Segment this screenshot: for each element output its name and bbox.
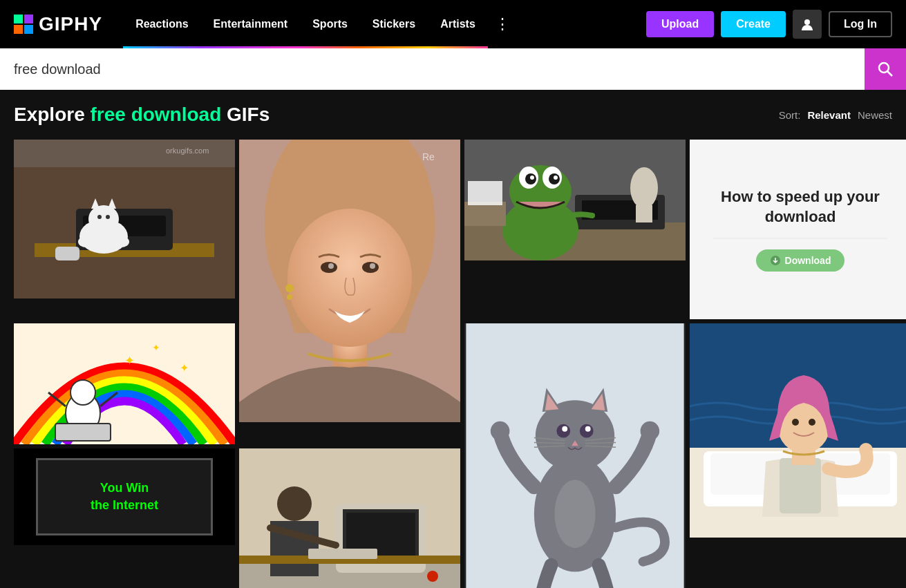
svg-rect-17 bbox=[55, 247, 79, 260]
sort-newest[interactable]: Newest bbox=[858, 109, 892, 121]
svg-point-88 bbox=[641, 421, 660, 441]
svg-point-0 bbox=[804, 19, 810, 25]
sort-relevant[interactable]: Relevant bbox=[807, 109, 851, 121]
svg-point-15 bbox=[113, 236, 129, 247]
nav-item-reactions[interactable]: Reactions bbox=[123, 0, 200, 48]
svg-text:Re: Re bbox=[422, 151, 435, 162]
svg-point-78 bbox=[562, 426, 567, 432]
gif-cell-rainbow[interactable]: ✦ ✦ ✦ bbox=[14, 323, 235, 444]
svg-text:orkugifs.com: orkugifs.com bbox=[166, 146, 209, 155]
nav-item-stickers[interactable]: Stickers bbox=[360, 0, 428, 48]
upload-button[interactable]: Upload bbox=[646, 11, 714, 37]
logo[interactable]: GIPHY bbox=[14, 13, 102, 35]
cat-standing-image bbox=[464, 323, 686, 588]
svg-point-62 bbox=[530, 176, 534, 180]
svg-point-99 bbox=[809, 419, 815, 426]
svg-point-35 bbox=[370, 263, 375, 269]
svg-rect-95 bbox=[780, 458, 821, 513]
create-button[interactable]: Create bbox=[721, 11, 786, 37]
svg-point-66 bbox=[630, 167, 658, 209]
header: GIPHY Reactions Entertainment Sports Sti… bbox=[0, 0, 906, 48]
svg-point-45 bbox=[427, 571, 438, 582]
cat-typing-image: orkugifs.com bbox=[14, 140, 235, 298]
explore-highlight: free download bbox=[90, 104, 221, 125]
svg-rect-23 bbox=[55, 424, 111, 441]
svg-point-20 bbox=[70, 380, 95, 405]
svg-line-85 bbox=[585, 442, 616, 443]
gif-grid: orkugifs.com bbox=[0, 133, 906, 588]
svg-point-1 bbox=[879, 63, 889, 73]
gif-cell-kermit[interactable] bbox=[464, 140, 686, 260]
search-icon bbox=[877, 61, 894, 77]
gif-cell-ad[interactable]: How to speed up your download Download bbox=[690, 140, 906, 319]
svg-line-82 bbox=[534, 442, 565, 443]
svg-point-100 bbox=[859, 443, 873, 457]
kermit-image bbox=[464, 140, 686, 260]
svg-point-37 bbox=[287, 294, 292, 300]
woman-boat-image bbox=[690, 323, 906, 538]
svg-point-63 bbox=[554, 176, 558, 180]
user-icon bbox=[800, 17, 815, 32]
you-win-text: You Winthe Internet bbox=[91, 480, 158, 514]
svg-point-57 bbox=[509, 165, 572, 218]
more-menu-dots[interactable]: ⋮ bbox=[488, 15, 517, 33]
gif-cell-woman-boat[interactable] bbox=[690, 323, 906, 538]
search-input[interactable] bbox=[0, 48, 865, 90]
explore-suffix: GIFs bbox=[221, 104, 270, 125]
svg-point-79 bbox=[585, 426, 591, 432]
gif-cell-person-computer[interactable] bbox=[239, 448, 460, 588]
explore-section: Explore free download GIFs Sort: Relevan… bbox=[0, 90, 906, 133]
svg-rect-65 bbox=[468, 181, 502, 205]
svg-point-87 bbox=[491, 421, 510, 441]
svg-text:✦: ✦ bbox=[124, 354, 135, 368]
gif-cell-cat-standing[interactable] bbox=[464, 323, 686, 588]
woman-smiling-image: Re bbox=[239, 140, 460, 422]
svg-point-46 bbox=[277, 486, 312, 521]
svg-text:✦: ✦ bbox=[152, 342, 160, 353]
gif-cell-woman-smiling[interactable]: Re bbox=[239, 140, 460, 422]
svg-point-31 bbox=[287, 209, 412, 347]
search-bar bbox=[0, 48, 906, 90]
ad-download-label: Download bbox=[785, 255, 831, 266]
svg-rect-67 bbox=[636, 205, 652, 222]
explore-prefix: Explore bbox=[14, 104, 90, 125]
svg-rect-50 bbox=[308, 549, 377, 559]
explore-title: Explore free download GIFs bbox=[14, 104, 270, 126]
svg-point-89 bbox=[554, 480, 595, 549]
gif-cell-you-win[interactable]: You Winthe Internet bbox=[14, 448, 235, 545]
person-computer-image bbox=[239, 448, 460, 588]
ad-download-button[interactable]: Download bbox=[756, 249, 845, 272]
rainbow-image: ✦ ✦ ✦ bbox=[14, 323, 235, 444]
svg-line-2 bbox=[887, 71, 892, 76]
svg-point-13 bbox=[106, 215, 110, 219]
svg-point-12 bbox=[97, 215, 102, 219]
main-nav: Reactions Entertainment Sports Stickers … bbox=[123, 0, 632, 48]
sort-label: Sort: bbox=[779, 109, 801, 121]
download-icon bbox=[770, 255, 781, 266]
svg-point-14 bbox=[78, 236, 95, 247]
svg-point-36 bbox=[285, 284, 294, 292]
you-win-screen: You Winthe Internet bbox=[36, 458, 213, 535]
sort-bar: Sort: Relevant Newest bbox=[779, 109, 892, 121]
svg-point-9 bbox=[88, 205, 119, 233]
gif-cell-cat-typing[interactable]: orkugifs.com bbox=[14, 140, 235, 298]
nav-item-artists[interactable]: Artists bbox=[428, 0, 488, 48]
search-button[interactable] bbox=[865, 48, 906, 90]
nav-item-entertainment[interactable]: Entertainment bbox=[201, 0, 301, 48]
login-button[interactable]: Log In bbox=[829, 11, 892, 37]
user-icon-button[interactable] bbox=[793, 10, 822, 39]
nav-item-sports[interactable]: Sports bbox=[300, 0, 360, 48]
logo-text: GIPHY bbox=[39, 13, 102, 35]
svg-point-98 bbox=[792, 419, 799, 426]
logo-icon bbox=[14, 15, 33, 34]
svg-point-34 bbox=[328, 263, 334, 269]
svg-rect-64 bbox=[464, 202, 506, 226]
nav-actions: Upload Create Log In bbox=[646, 10, 892, 39]
ad-title: How to speed up your download bbox=[704, 187, 897, 227]
svg-text:✦: ✦ bbox=[180, 362, 189, 374]
